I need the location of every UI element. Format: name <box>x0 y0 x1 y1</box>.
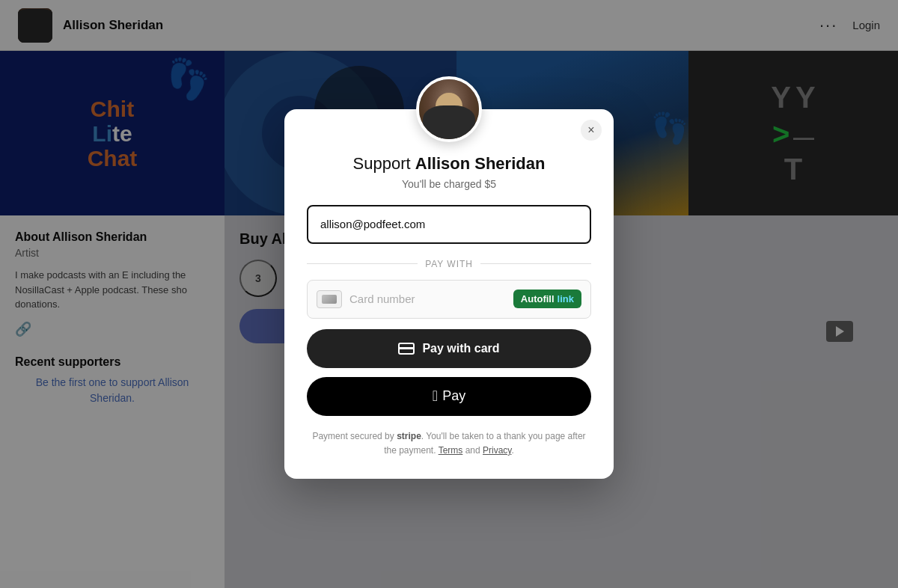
modal-title: Support Allison Sheridan <box>323 154 575 174</box>
modal-overlay: × Support Allison Sheridan You'll be cha… <box>0 0 898 588</box>
divider-right <box>480 263 591 264</box>
autofill-label: Autofill <box>521 293 555 304</box>
pay-with-divider: PAY WITH <box>307 259 591 269</box>
pay-with-label: PAY WITH <box>425 259 473 269</box>
card-icon-inner <box>322 295 337 304</box>
apple-logo-icon:  <box>433 388 438 403</box>
modal-avatar-wrap <box>416 76 482 142</box>
apple-pay-button[interactable]:  Pay <box>307 377 591 416</box>
credit-card-icon <box>398 343 415 355</box>
stripe-brand: stripe <box>397 431 421 441</box>
payment-modal: × Support Allison Sheridan You'll be cha… <box>284 109 614 479</box>
modal-avatar <box>416 76 482 142</box>
autofill-button[interactable]: Autofill link <box>513 290 581 308</box>
modal-title-prefix: Support <box>353 154 415 173</box>
modal-subtitle: You'll be charged $5 <box>402 178 496 190</box>
autofill-link[interactable]: link <box>558 293 574 304</box>
divider-left <box>307 263 418 264</box>
modal-title-name: Allison Sheridan <box>415 154 546 173</box>
terms-link[interactable]: Terms <box>439 445 463 456</box>
modal-footer: Payment secured by stripe. You'll be tak… <box>284 429 614 458</box>
footer-and: and <box>462 445 483 456</box>
close-button[interactable]: × <box>581 120 602 141</box>
footer-dot: . <box>511 445 513 456</box>
email-input[interactable] <box>307 205 591 244</box>
pay-with-card-button[interactable]: Pay with card <box>307 329 591 368</box>
card-number-placeholder[interactable]: Card number <box>349 293 513 305</box>
privacy-link[interactable]: Privacy <box>483 445 511 456</box>
apple-pay-label: Pay <box>442 388 465 404</box>
pay-with-card-label: Pay with card <box>422 342 499 355</box>
footer-text-1: Payment secured by <box>312 431 397 441</box>
allison-avatar-image <box>419 79 479 139</box>
card-icon <box>317 290 342 308</box>
card-number-row[interactable]: Card number Autofill link <box>307 280 591 319</box>
